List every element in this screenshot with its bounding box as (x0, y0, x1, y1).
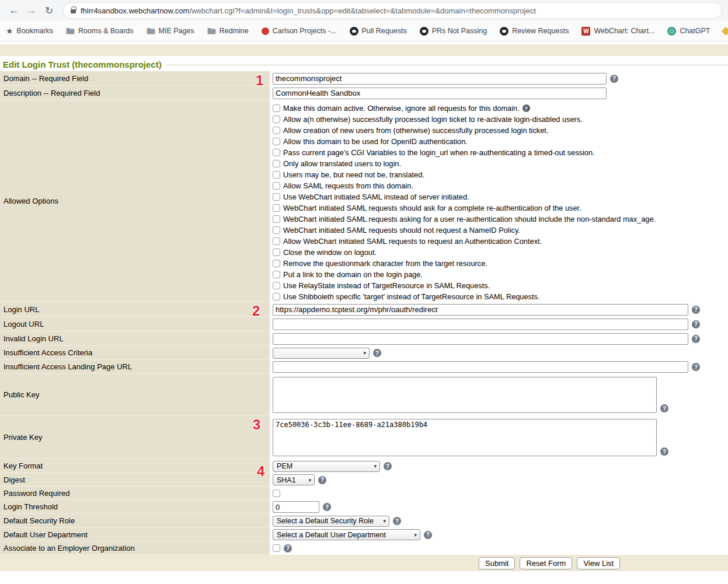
allowed-option[interactable]: Allow this domain to be used for OpenID … (273, 136, 728, 147)
help-icon[interactable]: ? (692, 363, 700, 371)
allowed-option[interactable]: Only allow translated users to login. (273, 158, 728, 169)
bookmark-rooms-boards[interactable]: Rooms & Boards (66, 27, 133, 35)
description-input[interactable] (273, 88, 607, 99)
login-url-input[interactable] (273, 304, 688, 316)
checkbox[interactable] (273, 204, 280, 212)
checkbox[interactable] (273, 160, 280, 167)
bookmark-webchart[interactable]: WWebChart: Chart... (581, 27, 654, 36)
view-list-button[interactable]: View List (577, 557, 620, 569)
page-content: Edit Login Trust (thecommonsproject) Dom… (0, 44, 728, 584)
form-row-digest: Digest SHA1▾? (0, 473, 728, 487)
checkbox[interactable] (273, 260, 280, 267)
default-security-role-select[interactable]: Select a Default Security Role▾ (273, 516, 389, 527)
lock-icon[interactable] (71, 9, 76, 13)
login-threshold-input[interactable] (273, 501, 319, 513)
folder-icon (207, 27, 216, 34)
allowed-option[interactable]: Make this domain active. Otherwise, igno… (273, 103, 728, 114)
checkbox[interactable] (273, 193, 280, 201)
insufficient-access-criteria-select[interactable]: ▾ (273, 348, 370, 359)
allowed-option[interactable]: Use Shibboleth specific 'target' instead… (273, 291, 728, 302)
allowed-option[interactable]: Users may be, but need not be, translate… (273, 169, 728, 180)
allowed-option[interactable]: WebChart initiated SAML requests asking … (273, 214, 728, 225)
checkbox[interactable] (273, 226, 280, 234)
allowed-option[interactable]: Use RelayState instead of TargetResource… (273, 280, 728, 291)
bookmark-bookmarks[interactable]: ★Bookmarks (6, 27, 53, 35)
allowed-option[interactable]: Put a link to the domain on the login pa… (273, 269, 728, 280)
insufficient-access-landing-page-url-input[interactable] (273, 361, 688, 373)
allowed-option[interactable]: Allow WebChart initiated SAML requests t… (273, 236, 728, 247)
checkbox[interactable] (273, 282, 280, 289)
checkbox[interactable] (273, 104, 280, 112)
invalid-login-url-input[interactable] (273, 333, 688, 345)
field-label-insufficient-access-criteria: Insufficient Access Criteria (0, 346, 270, 360)
checkbox[interactable] (273, 271, 280, 278)
help-icon[interactable]: ? (660, 404, 668, 412)
form-row-default-user-department: Default User Department Select a Default… (0, 528, 728, 541)
help-icon[interactable]: ? (692, 320, 700, 328)
allowed-option[interactable]: Use WebChart initiated SAML instead of s… (273, 191, 728, 202)
checkbox[interactable] (273, 182, 280, 190)
checkbox[interactable] (273, 149, 280, 156)
allowed-option[interactable]: WebChart initiated SAML requests should … (273, 202, 728, 214)
default-user-department-select[interactable]: Select a Default User Department▾ (273, 529, 420, 540)
bookmark-review-requests[interactable]: Review Requests (500, 27, 569, 36)
bookmark-carlson-projects[interactable]: Carlson Projects -... (262, 27, 337, 35)
checkbox[interactable] (273, 249, 280, 256)
help-icon[interactable]: ? (523, 104, 530, 112)
allowed-option[interactable]: Close the window on logout. (273, 247, 728, 258)
public-key-textarea[interactable] (273, 377, 657, 413)
help-icon[interactable]: ? (384, 462, 392, 470)
form-row-public-key: Public Key ? (0, 374, 728, 416)
digest-select[interactable]: SHA1▾ (273, 474, 315, 485)
back-button[interactable]: ← (6, 2, 22, 19)
password-required-checkbox[interactable] (273, 489, 280, 497)
help-icon[interactable]: ? (393, 517, 401, 525)
form-row-login-url: Login URL ? (0, 302, 728, 317)
help-icon[interactable]: ? (318, 476, 326, 484)
logout-url-input[interactable] (273, 319, 688, 330)
checkbox[interactable] (273, 116, 280, 123)
checkbox[interactable] (273, 138, 280, 145)
chatgpt-icon (667, 27, 676, 36)
allowed-option[interactable]: Allow SAML requests from this domain. (273, 180, 728, 191)
address-bar[interactable]: fhirr4sandbox.webchartnow.com/webchart.c… (63, 2, 722, 19)
option-label: Close the window on logout. (283, 248, 377, 257)
forward-button[interactable]: → (23, 2, 40, 19)
checkbox[interactable] (273, 127, 280, 134)
help-icon[interactable]: ? (284, 544, 292, 552)
help-icon[interactable]: ? (610, 75, 618, 83)
allowed-option[interactable]: WebChart initiated SAML requests should … (273, 225, 728, 236)
checkbox[interactable] (273, 215, 280, 223)
form-row-logout-url: Logout URL ? (0, 317, 728, 331)
checkbox[interactable] (273, 171, 280, 179)
reload-button[interactable]: ↻ (41, 2, 57, 19)
allowed-option[interactable]: Allow a(n otherwise) successfully proces… (273, 114, 728, 125)
reset-form-button[interactable]: Reset Form (520, 557, 572, 569)
help-icon[interactable]: ? (692, 306, 700, 314)
allowed-option[interactable]: Allow creation of new users from (otherw… (273, 125, 728, 136)
bookmark-prs-not-passing[interactable]: PRs Not Passing (420, 27, 487, 36)
bookmark-mie-pages[interactable]: MIE Pages (147, 27, 194, 35)
domain-input[interactable] (273, 73, 607, 85)
allowed-option[interactable]: Remove the questionmark character from t… (273, 258, 728, 269)
bookmark-acc[interactable]: Acc (723, 27, 728, 35)
checkbox[interactable] (273, 237, 280, 245)
help-icon[interactable]: ? (323, 503, 331, 511)
help-icon[interactable]: ? (373, 349, 381, 357)
allowed-options-list: Make this domain active. Otherwise, igno… (270, 100, 728, 302)
key-format-select[interactable]: PEM▾ (273, 461, 380, 472)
help-icon[interactable]: ? (424, 531, 432, 539)
bookmark-pull-requests[interactable]: Pull Requests (350, 27, 407, 36)
associate-employer-org-checkbox[interactable] (273, 544, 280, 552)
private-key-textarea[interactable]: 7ce50036-3c3b-11ee-8689-a21a380b19b4 (273, 419, 657, 456)
checkbox[interactable] (273, 293, 280, 300)
select-value: PEM (277, 462, 292, 470)
allowed-option[interactable]: Pass current page's CGI Variables to the… (273, 147, 728, 158)
help-icon[interactable]: ? (692, 335, 700, 343)
select-value: Select a Default User Department (277, 531, 386, 539)
option-label: Allow a(n otherwise) successfully proces… (283, 115, 583, 124)
help-icon[interactable]: ? (660, 447, 668, 456)
bookmark-redmine[interactable]: Redmine (207, 27, 249, 35)
submit-button[interactable]: Submit (479, 557, 515, 569)
bookmark-chatgpt[interactable]: ChatGPT (667, 27, 710, 36)
